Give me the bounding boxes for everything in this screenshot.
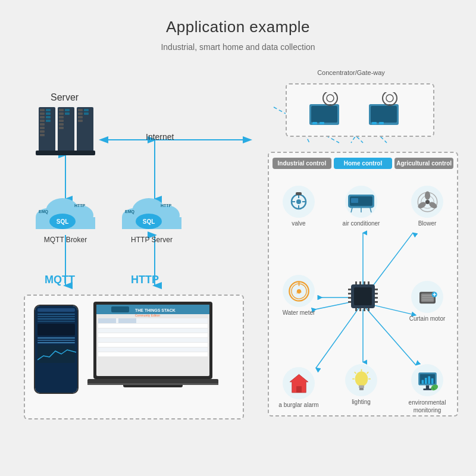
svg-rect-121: [296, 192, 302, 195]
http-server-node: EMQ HTTP SQL HTTP Server: [116, 190, 187, 244]
svg-rect-67: [98, 343, 208, 347]
svg-rect-81: [320, 122, 324, 124]
device-water-label: Water meter: [272, 309, 325, 316]
tab-home[interactable]: Home control: [334, 158, 393, 169]
svg-rect-14: [40, 120, 45, 122]
laptop-mockup: THE THINGS STACK Community Edition: [87, 302, 218, 403]
svg-rect-64: [98, 328, 208, 333]
svg-rect-69: [98, 352, 208, 356]
svg-text:EMQ: EMQ: [125, 209, 135, 214]
svg-rect-25: [59, 112, 64, 115]
gateway-devices: [286, 83, 434, 137]
svg-rect-34: [78, 112, 83, 115]
svg-rect-149: [296, 386, 302, 393]
svg-rect-59: [111, 306, 129, 312]
server-icon: [33, 104, 98, 158]
svg-point-134: [425, 199, 429, 203]
svg-rect-35: [78, 116, 83, 118]
svg-rect-94: [348, 301, 351, 303]
svg-rect-160: [421, 380, 424, 383]
device-curtain-label: Curtain motor: [400, 315, 454, 322]
svg-point-85: [386, 95, 393, 102]
svg-rect-24: [59, 109, 64, 111]
svg-point-150: [355, 371, 368, 386]
svg-rect-17: [40, 130, 45, 133]
svg-rect-104: [359, 308, 361, 311]
device-curtain: Curtain motor: [400, 281, 454, 322]
svg-rect-90: [354, 287, 372, 305]
svg-rect-26: [59, 116, 64, 118]
devices-box: THE THINGS STACK Community Edition: [24, 295, 244, 419]
svg-rect-16: [40, 127, 45, 129]
svg-text:THE THINGS STACK: THE THINGS STACK: [135, 308, 176, 312]
svg-rect-36: [78, 120, 83, 122]
svg-rect-91: [348, 289, 351, 290]
svg-rect-101: [364, 281, 365, 284]
concentrator-label: Concentrator/Gate-way: [315, 68, 387, 77]
svg-rect-97: [375, 297, 378, 299]
svg-rect-83: [371, 106, 397, 123]
internet-label: Internet: [146, 132, 174, 142]
svg-rect-71: [118, 318, 136, 323]
diagram: Server: [18, 60, 458, 452]
svg-point-120: [296, 199, 301, 204]
device-alarm: a burglar alarm: [272, 367, 325, 408]
iot-panel: Industrial control Home control Agricult…: [268, 152, 458, 416]
svg-rect-66: [98, 338, 208, 342]
svg-rect-95: [375, 289, 378, 290]
device-blower: Blower: [400, 186, 454, 227]
svg-rect-96: [375, 293, 378, 295]
svg-point-131: [425, 191, 430, 199]
svg-rect-27: [59, 120, 64, 122]
svg-rect-63: [98, 324, 208, 328]
svg-rect-98: [375, 301, 378, 303]
tab-agricultural[interactable]: Agricultural control: [394, 158, 453, 169]
svg-rect-124: [351, 198, 358, 203]
svg-rect-20: [46, 112, 51, 115]
svg-rect-99: [355, 281, 357, 284]
svg-rect-11: [40, 109, 45, 111]
http-protocol-label: HTTP: [131, 274, 159, 286]
device-ac-label: air conditioner: [331, 220, 391, 227]
mqtt-protocol-label: MQTT: [45, 274, 75, 286]
center-chip-icon: [342, 275, 384, 320]
svg-rect-33: [78, 109, 83, 111]
device-water-meter: m³ Water meter: [272, 275, 325, 316]
svg-rect-29: [59, 127, 64, 129]
page-title: Application example: [0, 0, 476, 36]
svg-rect-164: [425, 385, 428, 388]
svg-rect-103: [355, 308, 357, 311]
svg-rect-163: [431, 378, 433, 383]
page-subtitle: Industrial, smart home and data collecti…: [0, 42, 476, 52]
svg-line-156: [354, 372, 356, 374]
device-env: environmental monitoring: [400, 364, 454, 414]
svg-text:m³: m³: [296, 290, 302, 295]
svg-rect-165: [423, 389, 431, 390]
svg-text:SQL: SQL: [143, 218, 155, 225]
svg-rect-15: [40, 123, 45, 126]
svg-rect-37: [84, 109, 89, 111]
device-blower-label: Blower: [400, 220, 454, 227]
device-lighting: lighting: [331, 364, 391, 405]
svg-rect-38: [84, 112, 89, 115]
svg-rect-151: [359, 385, 364, 388]
svg-text:EMQ: EMQ: [39, 209, 49, 214]
svg-rect-152: [359, 388, 363, 390]
phone-mockup: [34, 305, 79, 394]
device-alarm-label: a burglar alarm: [272, 402, 325, 408]
svg-rect-22: [46, 120, 51, 122]
svg-line-126: [351, 208, 352, 212]
tab-industrial[interactable]: Industrial control: [273, 158, 331, 169]
svg-point-78: [327, 95, 334, 102]
svg-text:Community Edition: Community Edition: [135, 314, 160, 317]
svg-rect-87: [372, 122, 377, 124]
svg-rect-92: [348, 293, 351, 295]
svg-rect-100: [359, 281, 361, 284]
svg-rect-68: [98, 347, 208, 352]
svg-rect-19: [46, 109, 51, 111]
server-label: Server: [51, 92, 79, 103]
svg-rect-162: [428, 376, 430, 384]
svg-text:HTTP: HTTP: [74, 203, 86, 208]
device-ac: air conditioner: [331, 186, 391, 227]
svg-rect-21: [46, 116, 51, 118]
